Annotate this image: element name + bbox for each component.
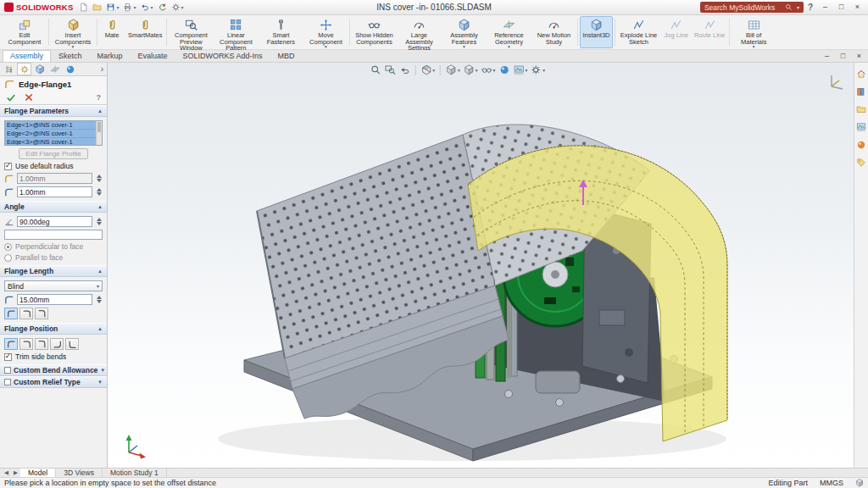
bend-radius-input[interactable]: 1.00mm bbox=[17, 173, 92, 184]
section-view-button[interactable]: ▾ bbox=[420, 64, 435, 75]
ribbon-button-bill-of-materials[interactable]: Bill of Materials▾ bbox=[732, 16, 776, 48]
ribbon-button-linear-component-pattern[interactable]: Linear Component Pattern▾ bbox=[214, 16, 258, 48]
hide-show-items-button[interactable]: ▾ bbox=[481, 64, 496, 75]
undo-button[interactable]: ▾ bbox=[138, 1, 154, 14]
maximize-button[interactable]: □ bbox=[833, 1, 849, 14]
edit-flange-profile-button[interactable]: Edit Flange Profile bbox=[19, 148, 87, 159]
gap-distance-spinner[interactable] bbox=[95, 186, 103, 197]
ribbon-button-mate[interactable]: Mate bbox=[99, 16, 125, 48]
custom-bend-allowance-checkbox[interactable] bbox=[4, 367, 11, 374]
group-header-custom-relief-type[interactable]: Custom Relief Type ▼ bbox=[0, 376, 107, 388]
ribbon-button-move-component[interactable]: Move Component▾ bbox=[303, 16, 348, 48]
use-default-radius-checkbox[interactable]: ✓ Use default radius bbox=[4, 162, 103, 170]
gap-distance-input[interactable]: 1.00mm bbox=[17, 186, 92, 197]
group-header-custom-bend-allowance[interactable]: Custom Bend Allowance ▼ bbox=[0, 364, 107, 376]
doc-restore-button[interactable]: □ bbox=[836, 51, 850, 62]
ribbon-button-large-assembly-settings[interactable]: Large Assembly Settings▾ bbox=[397, 16, 441, 48]
flange-angle-spinner[interactable] bbox=[95, 216, 103, 227]
solidworks-resources-button[interactable] bbox=[856, 69, 866, 79]
custom-relief-type-checkbox[interactable] bbox=[4, 379, 11, 385]
group-header-flange-length[interactable]: Flange Length ▲ bbox=[0, 265, 107, 277]
tab-markup[interactable]: Markup bbox=[90, 50, 131, 62]
tab-3d-views[interactable]: 3D Views bbox=[56, 469, 103, 477]
tab-model[interactable]: Model bbox=[20, 469, 56, 477]
units-label[interactable]: MMGS bbox=[820, 479, 843, 487]
bend-radius-spinner[interactable] bbox=[95, 173, 103, 184]
flange-length-spinner[interactable] bbox=[95, 294, 103, 305]
doc-minimize-button[interactable]: – bbox=[820, 51, 834, 62]
ribbon-button-jog-line[interactable]: Jog Line bbox=[662, 16, 691, 48]
bend-outside-button[interactable] bbox=[35, 338, 48, 350]
spinner-down-icon[interactable] bbox=[97, 222, 102, 225]
ribbon-button-insert-components[interactable]: Insert Components▾ bbox=[51, 16, 95, 48]
new-document-button[interactable] bbox=[77, 1, 90, 14]
end-condition-select[interactable]: Blind ▾ bbox=[4, 280, 103, 291]
appearances-scenes-button[interactable] bbox=[856, 140, 866, 150]
edit-appearance-button[interactable] bbox=[498, 64, 509, 75]
spinner-down-icon[interactable] bbox=[97, 300, 102, 303]
ribbon-button-smartmates[interactable]: SmartMates bbox=[125, 16, 164, 48]
outer-virtual-sharp-button[interactable] bbox=[4, 308, 18, 319]
help-button[interactable]: ? bbox=[808, 3, 813, 12]
tangent-to-bend-button[interactable] bbox=[65, 338, 79, 350]
ribbon-button-edit-component[interactable]: Edit Component bbox=[3, 16, 47, 48]
edge-list-item[interactable]: Edge<1>@INS cover-1 bbox=[5, 121, 96, 130]
3d-viewport[interactable]: ▾ ▾ ▾ ▾ ▾ ▾ bbox=[108, 63, 868, 468]
doc-close-button[interactable]: × bbox=[852, 51, 866, 62]
tab-motion-study-1[interactable]: Motion Study 1 bbox=[103, 469, 167, 477]
ribbon-button-reference-geometry[interactable]: Reference Geometry▾ bbox=[487, 16, 531, 48]
minimize-button[interactable]: – bbox=[817, 1, 833, 14]
apply-scene-button[interactable]: ▾ bbox=[513, 64, 527, 75]
dimxpertmanager-tab[interactable] bbox=[47, 63, 62, 75]
tab-solidworks-add-ins[interactable]: SOLIDWORKS Add-Ins bbox=[175, 50, 270, 62]
group-header-flange-position[interactable]: Flange Position ▲ bbox=[0, 323, 107, 335]
tab-assembly[interactable]: Assembly bbox=[3, 50, 51, 62]
tab-sketch[interactable]: Sketch bbox=[51, 50, 90, 62]
ok-button[interactable] bbox=[6, 92, 16, 103]
edge-list-item[interactable]: Edge<2>@INS cover-1 bbox=[5, 130, 96, 138]
tab-evaluate[interactable]: Evaluate bbox=[131, 50, 175, 62]
save-button[interactable]: ▾ bbox=[104, 1, 120, 14]
group-header-flange-parameters[interactable]: Flange Parameters ▲ bbox=[0, 105, 107, 117]
featuremanager-tree-tab[interactable] bbox=[2, 63, 16, 75]
design-library-button[interactable] bbox=[856, 86, 866, 97]
propertymanager-tab[interactable] bbox=[17, 63, 31, 75]
rebuild-button[interactable] bbox=[156, 1, 169, 14]
displaymanager-tab[interactable] bbox=[63, 63, 77, 75]
flange-length-input[interactable]: 15.00mm bbox=[17, 294, 92, 305]
options-button[interactable]: ▾ bbox=[170, 1, 186, 14]
ribbon-button-new-motion-study[interactable]: New Motion Study bbox=[531, 16, 576, 48]
tangent-bend-button[interactable] bbox=[35, 308, 48, 319]
ribbon-button-assembly-features[interactable]: Assembly Features▾ bbox=[442, 16, 486, 48]
ribbon-button-explode-line-sketch[interactable]: Explode Line Sketch bbox=[617, 16, 661, 48]
zoom-to-fit-button[interactable] bbox=[370, 64, 381, 75]
inner-virtual-sharp-button[interactable] bbox=[19, 308, 33, 319]
display-style-button[interactable]: ▾ bbox=[464, 64, 478, 75]
material-inside-button[interactable] bbox=[4, 338, 18, 350]
bend-from-virtual-sharp-button[interactable] bbox=[50, 338, 64, 350]
print-button[interactable]: ▾ bbox=[121, 1, 137, 14]
close-button[interactable]: × bbox=[849, 1, 865, 14]
trim-side-bends-checkbox[interactable]: ✓ Trim side bends bbox=[4, 352, 103, 361]
spinner-down-icon[interactable] bbox=[97, 192, 102, 196]
flange-angle-input[interactable]: 90.00deg bbox=[17, 216, 92, 227]
spinner-up-icon[interactable] bbox=[97, 296, 102, 299]
open-document-button[interactable] bbox=[91, 1, 103, 14]
tab-mbd[interactable]: MBD bbox=[270, 50, 303, 62]
spinner-down-icon[interactable] bbox=[97, 179, 102, 182]
cancel-button[interactable] bbox=[24, 92, 34, 103]
ribbon-button-show-hidden-components[interactable]: Show Hidden Components bbox=[352, 16, 396, 48]
perpendicular-to-face-radio[interactable]: Perpendicular to face bbox=[4, 242, 103, 251]
tab-scroll-left-button[interactable]: ◀ bbox=[2, 469, 11, 477]
material-outside-button[interactable] bbox=[19, 338, 33, 350]
previous-view-button[interactable] bbox=[398, 64, 409, 75]
zoom-to-area-button[interactable] bbox=[384, 64, 395, 75]
edge-selection-list[interactable]: Edge<1>@INS cover-1 Edge<2>@INS cover-1 … bbox=[4, 120, 103, 146]
search-input[interactable]: Search MySolidWorks ▾ bbox=[700, 2, 804, 13]
parallel-to-face-radio[interactable]: Parallel to face bbox=[4, 253, 103, 262]
ribbon-button-route-line[interactable]: Route Line bbox=[692, 16, 727, 48]
file-explorer-button[interactable] bbox=[856, 104, 866, 114]
ribbon-button-component-preview-window[interactable]: Component Preview Window bbox=[169, 16, 213, 48]
ribbon-button-instant3d[interactable]: Instant3D bbox=[580, 16, 612, 48]
pm-help-button[interactable]: ? bbox=[97, 93, 102, 102]
